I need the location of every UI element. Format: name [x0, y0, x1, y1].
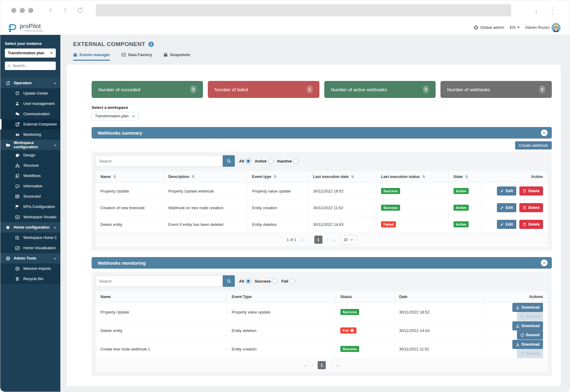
resend-button[interactable]: Resend [517, 349, 543, 358]
sidebar-search-input[interactable] [13, 64, 54, 68]
sidebar-item-kpis-configuration[interactable]: KPIs Configuration [0, 202, 60, 212]
sidebar-item-home-visualisation[interactable]: Home Visualisation [0, 243, 60, 253]
summary-search-button[interactable] [223, 155, 235, 167]
edit-button[interactable]: Edit [497, 186, 516, 196]
sidebar-section-admin-tools[interactable]: Admin Tools [0, 253, 60, 263]
resend-button[interactable]: Resend [517, 330, 543, 340]
pagination-page-button[interactable]: 1 [318, 361, 326, 369]
avatar[interactable] [551, 23, 561, 32]
webhooks-monitoring-header[interactable]: Webhooks monitoring [92, 257, 552, 269]
radio-inactive[interactable]: Inactive [277, 159, 298, 164]
column-header-state[interactable]: State⇅ [448, 171, 482, 183]
sidebar-item-information[interactable]: Information [0, 181, 60, 191]
webhooks-summary-header[interactable]: Webhooks summary [92, 127, 552, 139]
monitoring-search-input[interactable] [95, 275, 223, 287]
delete-button[interactable]: Delete [519, 203, 543, 212]
sidebar-section-operation[interactable]: Operation [0, 78, 60, 88]
pagination-prev-icon[interactable]: ‹ [312, 363, 313, 368]
summary-search-input[interactable] [95, 155, 223, 167]
user-menu[interactable]: Adrien Rozès [525, 23, 561, 32]
column-header-event-type[interactable]: Event type⇅ [247, 171, 308, 183]
sort-icon[interactable]: ⇅ [351, 175, 354, 179]
info-icon[interactable] [350, 329, 354, 332]
radio-circle[interactable] [268, 159, 273, 164]
download-button[interactable]: Download [512, 340, 543, 349]
page-size-select[interactable]: 10 [340, 235, 357, 244]
tab-events-manager[interactable]: Events manager [73, 52, 110, 61]
radio-circle[interactable] [246, 279, 251, 284]
window-control-dot[interactable] [28, 8, 33, 13]
sidebar-item-workspace-home-configuration[interactable]: Workspace Home Co... [0, 233, 60, 243]
workspace-select[interactable]: Transformation plan [92, 112, 139, 120]
delete-button[interactable]: Delete [519, 220, 543, 229]
reload-button[interactable] [76, 7, 84, 14]
sort-icon[interactable]: ⇅ [422, 175, 425, 179]
sort-icon[interactable]: ⇅ [113, 175, 116, 179]
edit-button[interactable]: Edit [497, 203, 516, 212]
address-bar[interactable] [96, 4, 511, 16]
sidebar-item-user-management[interactable]: User management [0, 99, 60, 109]
delete-button[interactable]: Delete [519, 186, 543, 196]
pagination-next-icon[interactable]: › [330, 363, 332, 368]
sidebar-item-workflows[interactable]: Workflows [0, 171, 60, 181]
pagination-next-icon[interactable]: › [327, 237, 329, 242]
column-header-description[interactable]: Description⇅ [163, 171, 247, 183]
window-control-dot[interactable] [20, 8, 25, 13]
sidebar-item-recycle-bin[interactable]: Recycle Bin [0, 274, 60, 284]
sidebar-section-home-configuration[interactable]: Home configuration [0, 222, 60, 233]
propilot-logo[interactable]: proPilot Powered by dFakto [7, 22, 43, 33]
browser-menu-icon[interactable]: ⋮ [548, 6, 556, 14]
radio-circle[interactable] [272, 279, 277, 284]
collapse-chevron-icon[interactable] [541, 129, 548, 136]
status-badge: Success [381, 205, 400, 211]
radio-circle[interactable] [290, 279, 295, 284]
language-dropdown[interactable]: EN [510, 25, 520, 30]
pagination-first-icon[interactable]: « [305, 363, 307, 368]
sidebar-item-design[interactable]: Design [0, 150, 60, 160]
column-header-last-execution-date[interactable]: Last execution date⇅ [308, 171, 376, 183]
radio-circle[interactable] [246, 159, 251, 164]
sidebar-item-external-component[interactable]: External Component [0, 119, 60, 129]
pagination-last-icon[interactable]: » [333, 237, 336, 242]
column-header-last-execution-status[interactable]: Last execution status⇅ [376, 171, 449, 183]
download-button[interactable]: Download [512, 321, 543, 330]
radio-active[interactable]: Active [255, 159, 273, 164]
sidebar-item-update-center[interactable]: Update Center [0, 88, 60, 99]
sidebar-item-massive-imports[interactable]: Massive Imports [0, 263, 60, 274]
create-webhook-button[interactable]: Create webhook [515, 141, 552, 149]
sidebar-item-communication[interactable]: Communication [0, 109, 60, 119]
sidebar-item-workspace-visualization[interactable]: Workspace Visualizat... [0, 212, 60, 222]
sidebar-item-monitoring[interactable]: Monitoring [0, 129, 60, 140]
monitoring-search-button[interactable] [223, 275, 235, 287]
sort-icon[interactable]: ⇅ [465, 175, 468, 179]
edit-button[interactable]: Edit [497, 220, 516, 229]
pagination-first-icon[interactable]: « [301, 237, 303, 242]
forward-button[interactable] [62, 7, 69, 14]
sidebar-item-scorecard[interactable]: Scorecard [0, 191, 60, 202]
radio-success[interactable]: Success [255, 279, 278, 284]
download-page-icon[interactable]: ↓ [534, 6, 538, 14]
column-header-name[interactable]: Name⇅ [96, 171, 164, 183]
instance-select[interactable]: Transformation plan [5, 49, 56, 58]
pagination-last-icon[interactable]: » [336, 363, 339, 368]
download-button[interactable]: Download [512, 303, 543, 312]
collapse-chevron-icon[interactable] [541, 260, 548, 266]
window-control-dot[interactable] [11, 8, 16, 13]
global-admin-button[interactable]: Global admin [474, 25, 504, 30]
resend-button[interactable]: Resend [517, 312, 543, 321]
info-icon[interactable] [148, 41, 154, 47]
sidebar-item-structure[interactable]: Structure [0, 160, 60, 171]
radio-all[interactable]: All [239, 159, 251, 164]
tab-snapshots[interactable]: Snapshots [164, 52, 190, 61]
sidebar-section-workspace-configuration[interactable]: Workspace configuration [0, 140, 60, 150]
back-button[interactable] [47, 7, 54, 14]
sort-icon[interactable]: ⇅ [192, 175, 195, 179]
chevron-down-icon [132, 114, 135, 118]
radio-circle[interactable] [293, 159, 298, 164]
tab-data-factory[interactable]: Data Factory [121, 52, 152, 61]
pagination-prev-icon[interactable]: ‹ [308, 237, 310, 242]
radio-all[interactable]: All [239, 279, 251, 284]
sort-icon[interactable]: ⇅ [274, 175, 277, 179]
radio-fail[interactable]: Fail [281, 279, 295, 284]
pagination-page-button[interactable]: 1 [314, 236, 322, 244]
